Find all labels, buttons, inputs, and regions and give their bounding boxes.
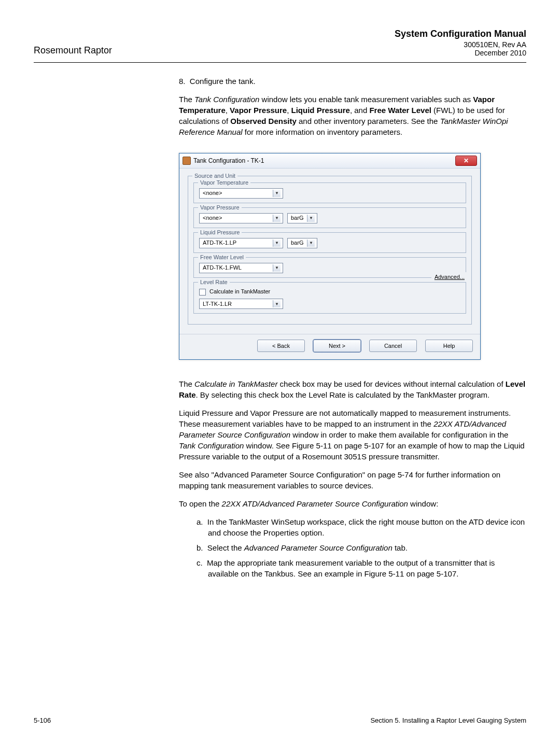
page-footer: 5-106 Section 5. Installing a Raptor Lev… [34,716,526,724]
page-header: Rosemount Raptor System Configuration Ma… [34,29,526,60]
app-icon [183,157,191,165]
close-button[interactable]: ✕ [455,156,477,166]
para-calculate-in-tm: The Calculate in TankMaster check box ma… [179,378,526,400]
vapor-pressure-unit-select[interactable]: barG ▼ [287,213,317,223]
para-mapping: Liquid Pressure and Vapor Pressure are n… [179,407,526,462]
product-name: Rosemount Raptor [34,45,112,56]
step-8-num: 8. [179,77,186,86]
step-8-text: Configure the tank. [190,77,256,86]
chevron-down-icon: ▼ [307,240,315,247]
vapor-temperature-select[interactable]: <none> ▼ [199,188,283,199]
help-button[interactable]: Help [425,340,473,352]
dialog-title: Tank Configuration - TK-1 [193,157,264,165]
chevron-down-icon: ▼ [273,240,281,247]
manual-title: System Configuration Manual [395,29,526,39]
intro-paragraph: The Tank Configuration window lets you e… [179,94,526,137]
vapor-temperature-label: Vapor Temperature [198,179,250,187]
doc-date: December 2010 [395,49,526,57]
level-rate-label: Level Rate [198,278,230,286]
free-water-level-select[interactable]: ATD-TK-1.FWL ▼ [199,263,283,273]
chevron-down-icon: ▼ [273,264,281,272]
substep-a: a. In the TankMaster WinSetup workspace,… [197,516,526,538]
header-divider [34,62,526,63]
liquid-pressure-select[interactable]: ATD-TK-1.LP ▼ [199,238,283,248]
step-8: 8. Configure the tank. [179,76,526,87]
page-number: 5-106 [34,716,51,724]
tank-config-dialog-figure: Tank Configuration - TK-1 ✕ Source and U… [179,153,526,360]
chevron-down-icon: ▼ [307,215,315,222]
back-button[interactable]: < Back [257,340,305,352]
calculate-in-tankmaster-checkbox[interactable] [199,289,206,296]
sub-steps: a. In the TankMaster WinSetup workspace,… [197,516,526,579]
substep-c: c. Map the appropriate tank measurement … [197,557,526,579]
doc-number: 300510EN, Rev AA [395,40,526,49]
chevron-down-icon: ▼ [273,300,281,307]
next-button[interactable]: Next > [313,340,361,352]
chevron-down-icon: ▼ [273,215,281,222]
vapor-pressure-select[interactable]: <none> ▼ [199,213,283,223]
liquid-pressure-label: Liquid Pressure [198,229,242,236]
level-rate-select[interactable]: LT-TK-1.LR ▼ [199,299,283,309]
section-label: Section 5. Installing a Raptor Level Gau… [370,716,526,724]
para-to-open: To open the 22XX ATD/Advanced Parameter … [179,498,526,509]
dialog-titlebar[interactable]: Tank Configuration - TK-1 ✕ [179,153,480,168]
substep-b: b. Select the Advanced Parameter Source … [197,542,526,553]
calculate-in-tankmaster-label: Calculate in TankMaster [209,288,270,294]
cancel-button[interactable]: Cancel [369,340,417,352]
free-water-level-label: Free Water Level [198,254,246,261]
liquid-pressure-unit-select[interactable]: barG ▼ [287,238,317,248]
para-see-also: See also "Advanced Parameter Source Conf… [179,469,526,491]
vapor-pressure-label: Vapor Pressure [198,204,242,212]
chevron-down-icon: ▼ [273,190,281,197]
tank-config-dialog: Tank Configuration - TK-1 ✕ Source and U… [179,153,481,360]
doc-info: System Configuration Manual 300510EN, Re… [395,29,526,57]
close-icon: ✕ [464,157,469,165]
advanced-button[interactable]: Advanced... [431,272,468,282]
